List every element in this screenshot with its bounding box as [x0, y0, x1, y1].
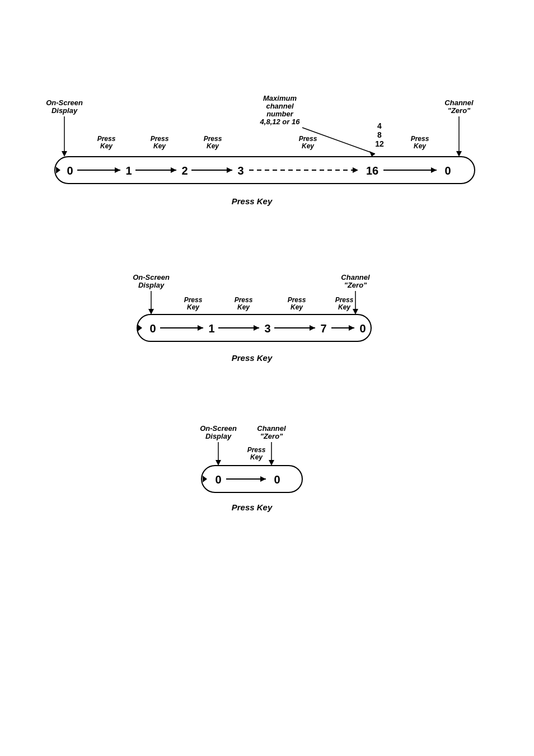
- diagram1-presskey3-line2: Key: [207, 142, 219, 150]
- svg-text:"Zero": "Zero": [448, 106, 471, 115]
- svg-text:Key: Key: [237, 303, 250, 311]
- svg-marker-21: [431, 167, 437, 173]
- svg-text:Display: Display: [205, 432, 232, 440]
- diagram3-onscreen-label: On-Screen: [200, 424, 237, 433]
- diagram1-node0-start: 0: [67, 165, 73, 177]
- diagram2: On-Screen Display Channel "Zero" Press K…: [101, 246, 437, 381]
- diagram2-onscreen-label: On-Screen: [133, 273, 170, 281]
- diagram1-presskey5-line1: Press: [411, 135, 429, 143]
- svg-marker-41: [254, 325, 259, 331]
- diagram1-presskey2-line2: Key: [153, 142, 166, 150]
- svg-text:Press: Press: [335, 296, 354, 304]
- svg-marker-27: [353, 309, 358, 314]
- diagram1-node1: 1: [125, 165, 132, 177]
- diagram3: On-Screen Display Channel "Zero" Press K…: [174, 403, 353, 526]
- svg-marker-5: [369, 151, 375, 157]
- svg-marker-55: [203, 476, 207, 482]
- diagram1-presskey4-line2: Key: [302, 142, 315, 150]
- svg-text:number: number: [266, 110, 294, 118]
- svg-marker-9: [62, 151, 67, 157]
- diagram1-presskey2-line1: Press: [151, 135, 169, 143]
- svg-marker-17: [227, 167, 232, 173]
- diagram2-node0-end: 0: [359, 322, 366, 335]
- svg-marker-49: [216, 460, 221, 466]
- diagram1-presskey4-line1: Press: [299, 135, 317, 143]
- diagram2-channelzero-label: Channel: [341, 273, 370, 281]
- svg-text:Key: Key: [187, 303, 200, 311]
- diagram1-num8: 8: [377, 130, 382, 139]
- diagram1: On-Screen Display Maximum channel number…: [17, 45, 521, 224]
- svg-text:Press: Press: [288, 296, 306, 304]
- svg-marker-37: [138, 325, 142, 331]
- svg-marker-51: [269, 460, 274, 466]
- svg-text:Display: Display: [138, 281, 165, 289]
- diagram1-num4: 4: [377, 121, 382, 130]
- diagram2-presskey-caption: Press Key: [232, 353, 273, 363]
- diagram1-presskey1-line2: Key: [100, 142, 113, 150]
- diagram3-node0-end: 0: [274, 473, 280, 486]
- diagram2-node1: 1: [208, 322, 214, 335]
- svg-text:Press: Press: [235, 296, 253, 304]
- svg-marker-15: [171, 167, 176, 173]
- diagram1-num12: 12: [375, 139, 384, 148]
- svg-marker-11: [56, 167, 60, 173]
- svg-text:channel: channel: [266, 102, 294, 110]
- svg-marker-13: [115, 167, 120, 173]
- svg-marker-25: [148, 309, 154, 314]
- diagram1-presskey5-line2: Key: [414, 142, 427, 150]
- diagram1-display-label: Display: [51, 106, 78, 115]
- diagram1-presskey1-line1: Press: [97, 135, 116, 143]
- diagram1-maxchannel-label: Maximum: [263, 94, 297, 102]
- diagram2-node7: 7: [320, 322, 326, 335]
- diagram1-node16: 16: [366, 165, 378, 177]
- svg-marker-39: [198, 325, 203, 331]
- diagram1-presskey-caption: Press Key: [232, 196, 273, 206]
- svg-text:4,8,12 or 16: 4,8,12 or 16: [260, 118, 301, 126]
- diagram1-node2: 2: [181, 165, 188, 177]
- svg-text:Press: Press: [184, 296, 203, 304]
- diagram1-presskey3-line1: Press: [204, 135, 222, 143]
- svg-text:Key: Key: [250, 453, 263, 461]
- diagram2-node0-start: 0: [149, 322, 156, 335]
- diagram1-node0-end: 0: [444, 165, 451, 177]
- diagram1-channelzero-label: Channel: [444, 98, 474, 107]
- diagram1-node3: 3: [237, 165, 243, 177]
- svg-text:Press: Press: [247, 446, 266, 454]
- svg-marker-19: [353, 167, 358, 173]
- svg-marker-45: [349, 325, 354, 331]
- diagram3-presskey-caption: Press Key: [232, 503, 273, 512]
- diagram2-node3: 3: [264, 322, 270, 335]
- svg-marker-57: [260, 476, 266, 482]
- diagram1-onscreen-label: On-Screen: [46, 98, 83, 107]
- svg-text:"Zero": "Zero": [344, 281, 367, 289]
- diagram3-node0-start: 0: [215, 473, 221, 486]
- svg-text:Key: Key: [338, 303, 351, 311]
- svg-marker-7: [456, 151, 462, 157]
- svg-text:"Zero": "Zero": [260, 432, 283, 440]
- svg-text:Key: Key: [291, 303, 303, 311]
- svg-marker-43: [310, 325, 315, 331]
- diagram3-channelzero-label: Channel: [257, 424, 286, 433]
